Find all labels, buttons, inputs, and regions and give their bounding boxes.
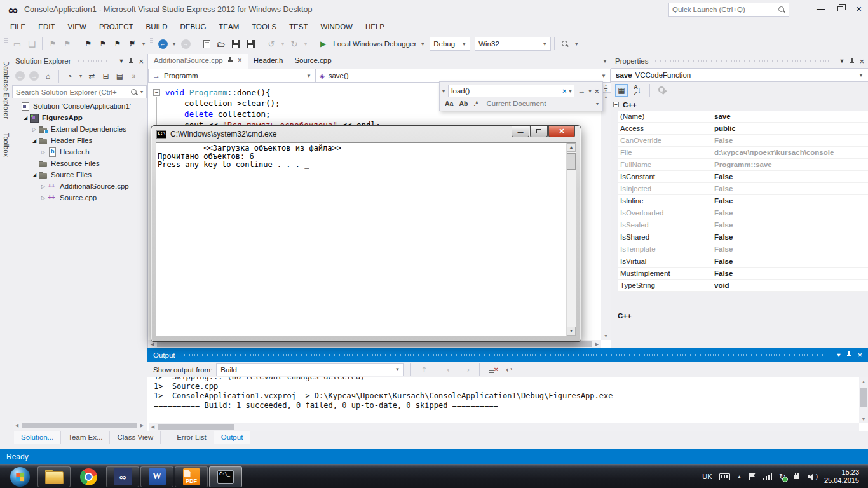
scroll-down-icon[interactable]: ▼ (862, 417, 866, 421)
scroll-left-icon[interactable]: ◀ (149, 424, 157, 430)
property-row-typestring[interactable]: TypeStringvoid (618, 280, 868, 292)
find-next-dropdown-icon[interactable]: ▾ (588, 88, 591, 94)
search-icon[interactable] (130, 88, 138, 96)
platform-combo[interactable]: Win32 ▼ (475, 37, 551, 51)
solution-search-box[interactable]: ▾ (12, 85, 147, 98)
cmd-close-button[interactable]: ✕ (548, 126, 575, 137)
output-vertical-scrollbar[interactable]: ▲ ▼ (859, 377, 868, 423)
scroll-right-icon[interactable]: ▶ (138, 423, 146, 428)
filter-dropdown-icon[interactable]: ▾ (78, 70, 84, 82)
menu-item-edit[interactable]: EDIT (32, 20, 61, 33)
menu-item-test[interactable]: TEST (283, 20, 314, 33)
match-case-toggle[interactable]: Aa (445, 100, 453, 107)
scroll-up-icon[interactable]: ▲ (862, 379, 866, 384)
property-row-issealed[interactable]: IsSealedFalse (618, 219, 868, 231)
find-in-files-icon[interactable] (558, 37, 572, 51)
goto-next-message-icon[interactable]: ⇢ (460, 363, 473, 376)
property-row-isconstant[interactable]: IsConstantFalse (618, 171, 868, 183)
property-row-mustimplement[interactable]: MustImplementFalse (618, 268, 868, 280)
navigate-backward-dropdown-icon[interactable]: ▾ (170, 37, 178, 51)
cmd-minimize-button[interactable]: ▬ (512, 126, 529, 137)
tree-item-header-h[interactable]: ▷Header.h (11, 146, 147, 158)
taskbar-start-button[interactable] (3, 466, 36, 487)
tab-overflow-icon[interactable]: ▼ (602, 58, 607, 64)
taskbar-visual-studio-button[interactable]: ∞ (106, 466, 139, 487)
property-row-isvirtual[interactable]: IsVirtualFalse (618, 255, 868, 268)
next-bookmark-folder-icon[interactable]: ⚑ (60, 37, 74, 51)
cmd-content[interactable]: <<Загрузка объектов из файла>>Прочитано … (156, 142, 576, 336)
view-code-icon[interactable]: ▭ (10, 37, 24, 51)
window-position-icon[interactable]: ▼ (118, 58, 124, 64)
menu-item-build[interactable]: BUILD (140, 20, 174, 33)
start-debug-button[interactable]: ▶ Local Windows Debugger ▼ (316, 37, 429, 51)
find-scope-dropdown[interactable]: Current Document ▾ (484, 100, 599, 107)
pin-icon[interactable] (846, 351, 852, 358)
properties-object-dropdown[interactable]: save VCCodeFunction ▼ (611, 68, 868, 82)
toolbar-grip[interactable] (150, 38, 153, 50)
find-expand-icon[interactable]: ▾ (442, 88, 445, 94)
property-row-canoverride[interactable]: CanOverrideFalse (618, 135, 868, 147)
language-indicator[interactable]: UK (702, 473, 712, 480)
editor-vertical-scrollbar[interactable]: ▲▬▼ ▲ ▼ (601, 83, 611, 340)
redo-icon[interactable]: ↻ (287, 37, 301, 51)
pin-icon[interactable] (128, 58, 134, 65)
menu-item-help[interactable]: HELP (359, 20, 391, 33)
menu-item-view[interactable]: VIEW (62, 20, 93, 33)
cmd-maximize-button[interactable] (530, 126, 548, 137)
sync-status-icon[interactable]: ↻ (779, 473, 786, 481)
taskbar-word-button[interactable]: W (140, 466, 173, 487)
view-designer-icon[interactable]: ❏ (25, 37, 39, 51)
scrollbar-thumb[interactable] (157, 341, 592, 347)
property-row-isinjected[interactable]: IsInjectedFalse (618, 183, 868, 195)
properties-header[interactable]: Properties ▼ × (611, 54, 868, 68)
close-button[interactable]: × (856, 4, 862, 13)
regex-toggle[interactable]: .* (473, 100, 478, 107)
expanded-arrow-icon[interactable]: ◢ (31, 138, 38, 144)
forward-icon[interactable]: → (28, 70, 40, 82)
taskbar-chrome-button[interactable] (72, 466, 105, 487)
solution-explorer-header[interactable]: Solution Explorer ▼ × (11, 54, 147, 68)
search-icon[interactable] (778, 6, 785, 13)
close-icon[interactable]: × (238, 57, 242, 64)
scroll-left-icon[interactable]: ◀ (13, 423, 21, 428)
tab-header-h[interactable]: Header.h (248, 54, 289, 69)
next-bookmark-icon[interactable]: ⚑ (111, 37, 125, 51)
find-input[interactable]: load() × ▾ (448, 85, 574, 97)
taskbar-pdf-button[interactable]: PDF (175, 466, 208, 487)
panel-tab-error-list[interactable]: Error List (170, 431, 214, 444)
clear-bookmarks-icon[interactable]: ⚑̸ (125, 37, 139, 51)
property-row-name[interactable]: (Name)save (618, 111, 868, 123)
property-row-isshared[interactable]: IsSharedFalse (618, 231, 868, 243)
window-position-icon[interactable]: ▼ (836, 352, 841, 358)
show-hidden-icons-icon[interactable]: ▲ (737, 474, 742, 480)
action-center-flag-icon[interactable] (749, 473, 756, 480)
chevron-down-icon[interactable]: ▾ (140, 89, 143, 95)
collapse-icon[interactable]: − (613, 102, 619, 107)
expanded-arrow-icon[interactable]: ◢ (31, 172, 38, 178)
property-row-file[interactable]: Filed:\курсач\проект\kursach\console (618, 147, 868, 159)
tree-item-header-files[interactable]: ◢Header Files (11, 135, 147, 146)
sync-with-active-document-icon[interactable]: ⇄ (86, 70, 98, 82)
open-file-icon[interactable]: 🗁 (214, 37, 228, 51)
output-body[interactable]: 1> Skipping... (no relevant changes dete… (147, 377, 868, 431)
property-row-isoverloaded[interactable]: IsOverloadedFalse (618, 207, 868, 219)
find-query[interactable]: load() (451, 87, 560, 95)
undo-dropdown-icon[interactable]: ▾ (279, 37, 287, 51)
keyboard-icon[interactable] (719, 473, 730, 480)
new-file-icon[interactable] (200, 37, 214, 51)
close-icon[interactable]: × (859, 57, 864, 65)
tree-item-figuresapp[interactable]: ◢FiguresApp (11, 112, 147, 123)
network-signal-icon[interactable] (763, 473, 773, 480)
toolbar-overflow-icon[interactable]: ▾ (573, 37, 580, 51)
taskbar-clock[interactable]: 15:23 25.04.2015 (824, 468, 859, 485)
power-plug-icon[interactable] (793, 473, 801, 480)
clear-all-icon[interactable] (486, 363, 499, 376)
minimize-button[interactable]: — (817, 4, 825, 13)
close-icon[interactable]: × (857, 351, 862, 359)
categorized-view-icon[interactable]: ▦ (615, 84, 628, 97)
member-dropdown[interactable]: ◈ save() ▼ (315, 69, 611, 83)
collapsed-arrow-icon[interactable]: ▷ (39, 149, 47, 155)
home-icon[interactable]: ⌂ (42, 70, 54, 82)
match-whole-word-toggle[interactable]: Ab (459, 100, 468, 107)
find-message-icon[interactable]: ↥ (417, 363, 430, 376)
